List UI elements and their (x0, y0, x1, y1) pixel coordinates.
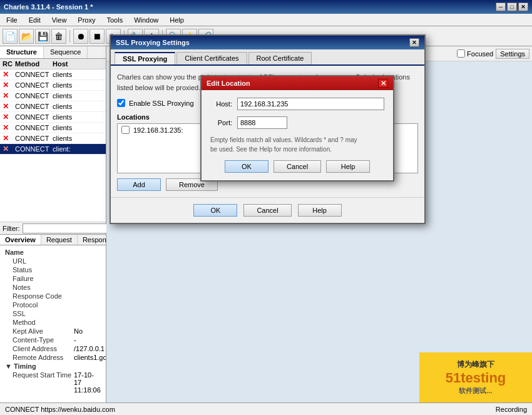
ssl-ok-button[interactable]: OK (193, 204, 237, 217)
ssl-enable-label: Enable SSL Proxying (129, 100, 194, 107)
location-checkbox[interactable] (121, 126, 130, 134)
host-label: Host: (210, 100, 232, 108)
host-input[interactable] (237, 98, 384, 110)
ssl-dialog-tabs: SSL Proxying Client Certificates Root Ce… (111, 49, 424, 66)
edit-dialog-title-text: Edit Location (207, 79, 250, 87)
ssl-dialog-titlebar: SSL Proxying Settings ✕ (111, 36, 424, 49)
port-input[interactable] (237, 116, 287, 129)
edit-cancel-button[interactable]: Cancel (274, 160, 321, 173)
host-row: Host: (210, 98, 384, 110)
ssl-help-button[interactable]: Help (298, 204, 342, 217)
ssl-tab-proxying[interactable]: SSL Proxying (115, 52, 175, 64)
edit-dialog-btns: OK Cancel Help (210, 160, 384, 173)
port-label: Port: (210, 119, 232, 126)
ssl-dialog-title-text: SSL Proxying Settings (116, 39, 190, 46)
edit-help-button[interactable]: Help (326, 160, 370, 173)
edit-dialog-titlebar: Edit Location ✕ (202, 76, 393, 90)
ssl-tab-client-certs[interactable]: Client Certificates (176, 52, 247, 64)
edit-location-dialog: Edit Location ✕ Host: Port: Empty fields… (200, 75, 394, 182)
ssl-dialog-close-button[interactable]: ✕ (409, 38, 419, 47)
edit-dialog-close-button[interactable]: ✕ (378, 79, 388, 88)
ssl-add-button[interactable]: Add (117, 178, 161, 191)
ssl-tab-root-cert[interactable]: Root Certificate (248, 52, 312, 64)
edit-dialog-body: Host: Port: Empty fields match all value… (202, 90, 393, 180)
ssl-cancel-button[interactable]: Cancel (243, 204, 291, 217)
ssl-dialog-footer: OK Cancel Help (111, 197, 424, 223)
dialog-overlay: SSL Proxying Settings ✕ SSL Proxying Cli… (0, 0, 532, 415)
location-text: 192.168.31.235: (133, 126, 183, 134)
edit-hint: Empty fields match all values. Wildcards… (210, 135, 384, 154)
ssl-enable-checkbox[interactable] (117, 99, 125, 107)
port-row: Port: (210, 116, 384, 129)
edit-ok-button[interactable]: OK (225, 160, 269, 173)
